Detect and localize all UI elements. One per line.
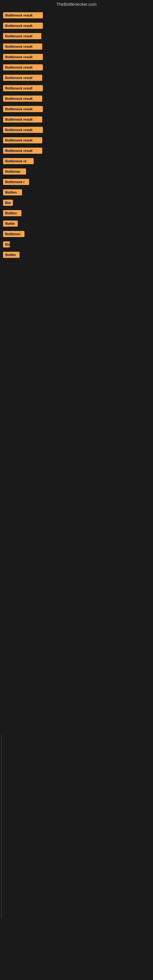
bar-row: Bottlenec <box>2 230 151 240</box>
bottleneck-result-bar[interactable]: Bottleneck result <box>3 43 42 49</box>
bottleneck-result-bar[interactable]: Bottleneck result <box>3 23 43 29</box>
bar-row: Bottlen <box>2 209 151 219</box>
vertical-axis-line <box>1 735 2 919</box>
bottleneck-result-bar[interactable]: Bottleneck result <box>3 137 42 143</box>
bar-row: Bottlenec <box>2 167 151 177</box>
bar-row: Bottlen <box>2 188 151 198</box>
chart-area: Bottleneck resultBottleneck resultBottle… <box>0 10 153 262</box>
bar-row: Bottleneck result <box>2 73 151 83</box>
bottleneck-result-bar[interactable]: Bottleneck result <box>3 106 43 112</box>
bar-row: Bottleneck result <box>2 21 151 31</box>
bar-row: Bottleneck result <box>2 136 151 146</box>
bottleneck-result-bar[interactable]: Bo <box>3 241 10 247</box>
bar-row: Bottleneck result <box>2 84 151 94</box>
bar-row: Bottleneck result <box>2 115 151 125</box>
bar-row: Bottleneck result <box>2 146 151 156</box>
bottleneck-result-bar[interactable]: Bottleneck result <box>3 127 43 133</box>
bottleneck-result-bar[interactable]: Bottleneck re <box>3 158 33 164</box>
bar-row: Bottleneck r <box>2 178 151 188</box>
bar-row: Bottler <box>2 250 151 260</box>
bar-row: Bot <box>2 199 151 208</box>
bar-row: Bottleneck result <box>2 63 151 73</box>
bar-row: Bottleneck result <box>2 32 151 41</box>
bar-row: Bottleneck result <box>2 11 151 21</box>
bottleneck-result-bar[interactable]: Bottlenec <box>3 231 24 237</box>
bar-row: Bottleneck result <box>2 94 151 104</box>
bar-row: Bottleneck result <box>2 52 151 62</box>
bottleneck-result-bar[interactable]: Bottler <box>3 252 19 258</box>
bottleneck-result-bar[interactable]: Bottlenec <box>3 169 26 175</box>
bottleneck-result-bar[interactable]: Bot <box>3 200 13 206</box>
bar-row: Bottleneck result <box>2 42 151 52</box>
bar-row: Bottleneck re <box>2 157 151 167</box>
bottleneck-result-bar[interactable]: Bottle <box>3 221 18 227</box>
bottleneck-result-bar[interactable]: Bottleneck result <box>3 116 42 123</box>
bottleneck-result-bar[interactable]: Bottleneck result <box>3 85 43 91</box>
bottleneck-result-bar[interactable]: Bottlen <box>3 189 22 196</box>
bottleneck-result-bar[interactable]: Bottleneck result <box>3 12 43 18</box>
bottleneck-result-bar[interactable]: Bottleneck r <box>3 179 29 185</box>
bottleneck-result-bar[interactable]: Bottlen <box>3 210 21 216</box>
bar-row: Bo <box>2 240 151 250</box>
bar-row: Bottleneck result <box>2 126 151 135</box>
bottleneck-result-bar[interactable]: Bottleneck result <box>3 33 41 39</box>
bottleneck-result-bar[interactable]: Bottleneck result <box>3 54 43 60</box>
site-title: TheBottlenecker.com <box>0 0 153 10</box>
bottleneck-result-bar[interactable]: Bottleneck result <box>3 64 43 70</box>
bar-row: Bottle <box>2 219 151 229</box>
bottleneck-result-bar[interactable]: Bottleneck result <box>3 95 42 102</box>
bottleneck-result-bar[interactable]: Bottleneck result <box>3 75 42 81</box>
bottleneck-result-bar[interactable]: Bottleneck result <box>3 148 42 154</box>
bar-row: Bottleneck result <box>2 105 151 115</box>
